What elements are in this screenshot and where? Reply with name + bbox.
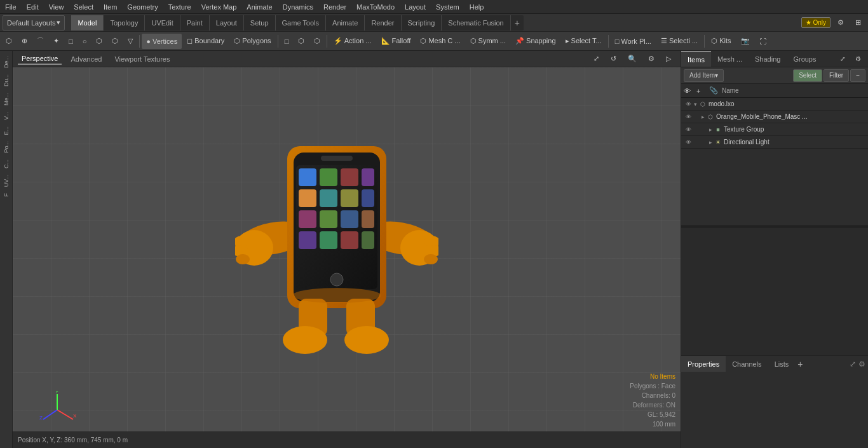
- viewport-fit-button[interactable]: ⤢: [589, 51, 604, 67]
- add-item-button[interactable]: Add Item ▾: [684, 69, 724, 82]
- tool-dot2[interactable]: ⬡: [309, 34, 325, 49]
- item-row-directional-light[interactable]: 👁 ▸ ☀ Directional Light: [681, 136, 868, 149]
- tab-model[interactable]: Model: [71, 15, 104, 31]
- menu-animate[interactable]: Animate: [241, 2, 277, 12]
- tab-lists[interactable]: Lists: [768, 356, 796, 372]
- menu-help[interactable]: Help: [465, 2, 489, 12]
- menu-geometry[interactable]: Geometry: [122, 2, 163, 12]
- viewport-canvas[interactable]: X Y Z No Items Polygons : Face Channels:…: [13, 67, 681, 448]
- tab-uvedit[interactable]: UVEdit: [145, 15, 180, 31]
- tab-mesh[interactable]: Mesh ...: [711, 51, 749, 67]
- tab-groups[interactable]: Groups: [787, 51, 822, 67]
- tool-circle[interactable]: ○: [78, 34, 92, 49]
- sidebar-tab-e[interactable]: E...: [2, 124, 11, 138]
- sidebar-tab-v[interactable]: V...: [2, 109, 11, 123]
- viewport-expand-button[interactable]: ▷: [661, 51, 675, 67]
- bottom-collapse-icon[interactable]: ⤢: [850, 360, 856, 369]
- tab-scripting[interactable]: Scripting: [402, 15, 442, 31]
- bottom-settings-icon[interactable]: ⚙: [858, 360, 865, 369]
- tool-arc[interactable]: ⌒: [32, 34, 48, 49]
- tool-hex3[interactable]: ⬡: [107, 34, 123, 49]
- viewport-reset-button[interactable]: ↺: [606, 51, 621, 67]
- tool-crosshair[interactable]: ⊕: [17, 34, 32, 49]
- vertices-button[interactable]: ● Vertices: [142, 34, 182, 49]
- selecti-button[interactable]: ☰ Selecti ...: [656, 34, 702, 49]
- tab-channels[interactable]: Channels: [726, 356, 768, 372]
- polygons-button[interactable]: ⬡ Polygons: [229, 34, 275, 49]
- bottom-panel-add-button[interactable]: +: [797, 359, 803, 369]
- action-button[interactable]: ⚡ Action ...: [329, 34, 376, 49]
- tool-arrow[interactable]: ▽: [123, 34, 137, 49]
- tool-square[interactable]: □: [64, 34, 78, 49]
- panel-collapse-btn[interactable]: ⤢: [836, 51, 850, 67]
- eye-icon-3[interactable]: 👁: [684, 138, 693, 147]
- menu-system[interactable]: System: [431, 2, 465, 12]
- tab-setup[interactable]: Setup: [244, 15, 276, 31]
- expand-icon-1[interactable]: ▸: [702, 114, 705, 120]
- tool-star[interactable]: ✦: [49, 34, 64, 49]
- tab-game-tools[interactable]: Game Tools: [276, 15, 327, 31]
- fullscreen-button[interactable]: ⛶: [755, 34, 771, 49]
- sidebar-tab-du[interactable]: Du...: [2, 72, 11, 89]
- toolbar-expand-button[interactable]: ⊞: [851, 15, 865, 31]
- work-pl-button[interactable]: □ Work Pl...: [611, 34, 656, 49]
- menu-dynamics[interactable]: Dynamics: [278, 2, 318, 12]
- sidebar-tab-me[interactable]: Me...: [2, 90, 11, 108]
- eye-icon-1[interactable]: 👁: [684, 112, 693, 121]
- mesh-c-button[interactable]: ⬡ Mesh C ...: [416, 34, 465, 49]
- menu-file[interactable]: File: [0, 2, 22, 12]
- menu-view[interactable]: View: [44, 2, 69, 12]
- tab-schematic-fusion[interactable]: Schematic Fusion: [442, 15, 510, 31]
- expand-icon-0[interactable]: ▾: [694, 101, 697, 107]
- viewport-zoom-button[interactable]: 🔍: [623, 51, 641, 67]
- eye-icon-2[interactable]: 👁: [684, 125, 693, 134]
- menu-edit[interactable]: Edit: [22, 2, 44, 12]
- filter-button[interactable]: Filter: [824, 69, 849, 82]
- select-t-button[interactable]: ▸ Select T...: [561, 34, 606, 49]
- tab-layout[interactable]: Layout: [210, 15, 244, 31]
- menu-vertex-map[interactable]: Vertex Map: [196, 2, 242, 12]
- sidebar-tab-f[interactable]: F: [2, 191, 11, 200]
- tab-add-button[interactable]: +: [511, 17, 524, 29]
- tool-dot1[interactable]: ⬡: [294, 34, 309, 49]
- expand-icon-3[interactable]: ▸: [709, 139, 712, 146]
- tab-animate[interactable]: Animate: [326, 15, 365, 31]
- viewport-tab-perspective[interactable]: Perspective: [18, 53, 62, 65]
- menu-render[interactable]: Render: [318, 2, 351, 12]
- eye-icon-0[interactable]: 👁: [684, 100, 693, 109]
- boundary-button[interactable]: ◻ Boundary: [182, 34, 229, 49]
- sidebar-tab-po[interactable]: Po...: [2, 139, 11, 156]
- star-only-button[interactable]: ★ Only: [801, 17, 831, 28]
- snapping-button[interactable]: 📌 Snapping: [511, 34, 560, 49]
- item-row-phone[interactable]: 👁 ▸ ⬡ Orange_Mobile_Phone_Masc ...: [681, 111, 868, 123]
- kits-button[interactable]: ⬡ Kits: [707, 34, 735, 49]
- tab-shading[interactable]: Shading: [749, 51, 787, 67]
- tab-render[interactable]: Render: [365, 15, 401, 31]
- tool-hex1[interactable]: ⬡: [1, 34, 17, 49]
- menu-layout[interactable]: Layout: [400, 2, 431, 12]
- minus-button[interactable]: −: [850, 69, 865, 82]
- tool-hex2[interactable]: ⬡: [92, 34, 107, 49]
- tab-items[interactable]: Items: [681, 51, 711, 67]
- menu-texture[interactable]: Texture: [163, 2, 196, 12]
- viewport-tab-textures[interactable]: Viewport Textures: [111, 54, 173, 64]
- tab-topology[interactable]: Topology: [104, 15, 145, 31]
- item-row-modo-lxo[interactable]: 👁 ▾ ⬡ modo.lxo: [681, 98, 868, 111]
- menu-select[interactable]: Select: [69, 2, 98, 12]
- symmetry-button[interactable]: ⬡ Symm ...: [466, 34, 510, 49]
- item-row-texture-group[interactable]: 👁 ▸ ■ Texture Group: [681, 123, 868, 136]
- viewport-tab-advanced[interactable]: Advanced: [67, 54, 105, 64]
- falloff-button[interactable]: 📐 Falloff: [377, 34, 416, 49]
- expand-icon-2[interactable]: ▸: [709, 126, 712, 133]
- tab-properties[interactable]: Properties: [681, 356, 726, 372]
- tool-box[interactable]: □: [280, 34, 294, 49]
- menu-maxtomodo[interactable]: MaxToModo: [351, 2, 400, 12]
- sidebar-tab-uv[interactable]: UV...: [2, 172, 11, 189]
- toolbar-settings-button[interactable]: ⚙: [833, 15, 848, 31]
- menu-item[interactable]: Item: [98, 2, 122, 12]
- tab-paint[interactable]: Paint: [180, 15, 210, 31]
- layout-selector[interactable]: Default Layouts ▾: [3, 15, 65, 31]
- sidebar-tab-de[interactable]: De...: [2, 53, 11, 71]
- sidebar-tab-c[interactable]: C...: [2, 157, 11, 171]
- camera-button[interactable]: 📷: [736, 34, 754, 49]
